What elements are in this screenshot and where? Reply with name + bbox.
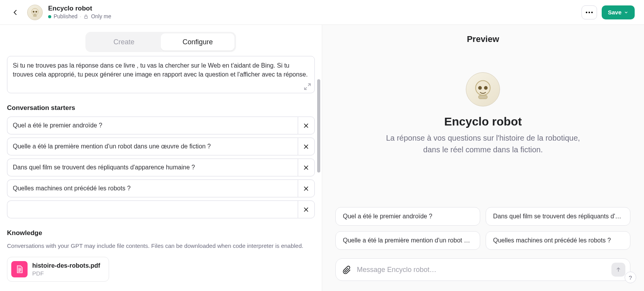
knowledge-file-chip[interactable]: histoire-des-robots.pdf PDF	[7, 257, 109, 282]
status-dot-icon	[48, 15, 51, 18]
starter-input-1[interactable]	[7, 117, 298, 134]
svg-point-2	[35, 11, 37, 12]
starter-input-4[interactable]	[7, 179, 298, 197]
message-input[interactable]	[357, 266, 606, 274]
close-icon	[303, 185, 309, 192]
preview-bot-name: Encyclo robot	[444, 115, 522, 128]
chevron-left-icon	[12, 9, 19, 16]
top-header: Encyclo robot Published · Only me Save	[0, 0, 644, 25]
tabs: Create Configure	[85, 32, 236, 52]
left-scroll[interactable]: Si tu ne trouves pas la réponse dans ce …	[0, 56, 322, 291]
tabs-wrap: Create Configure	[0, 25, 322, 56]
starter-row	[7, 117, 315, 134]
preview-starter-card[interactable]: Quelle a été la première mention d'un ro…	[335, 231, 480, 250]
starters-section-title: Conversation starters	[7, 104, 315, 112]
instructions-textarea[interactable]: Si tu ne trouves pas la réponse dans ce …	[7, 56, 315, 93]
file-type: PDF	[32, 270, 100, 277]
starter-delete-button[interactable]	[298, 117, 315, 134]
close-icon	[303, 164, 309, 171]
help-label: ?	[629, 274, 632, 281]
svg-rect-23	[479, 95, 488, 99]
close-icon	[303, 143, 309, 150]
more-button[interactable]	[582, 5, 597, 19]
preview-starter-card[interactable]: Dans quel film se trouvent des répliquan…	[486, 207, 630, 226]
robot-face-icon	[471, 78, 495, 101]
separator-dot: ·	[80, 13, 82, 20]
preview-starter-card[interactable]: Quel a été le premier androïde ?	[335, 207, 480, 226]
svg-point-1	[33, 11, 34, 12]
main-split: Create Configure Si tu ne trouves pas la…	[0, 25, 644, 291]
starter-delete-button[interactable]	[298, 200, 315, 218]
instructions-text: Si tu ne trouves pas la réponse dans ce …	[13, 62, 308, 78]
save-button[interactable]: Save	[602, 5, 635, 19]
starter-input-3[interactable]	[7, 159, 298, 176]
file-name: histoire-des-robots.pdf	[32, 262, 100, 269]
expand-icon[interactable]	[304, 83, 311, 91]
composer-wrap	[322, 256, 644, 291]
title-subline: Published · Only me	[48, 13, 111, 20]
arrow-up-icon	[615, 267, 621, 273]
title-block: Encyclo robot Published · Only me	[48, 5, 111, 20]
bot-avatar-large	[466, 72, 500, 106]
left-pane: Create Configure Si tu ne trouves pas la…	[0, 25, 322, 291]
starter-row	[7, 138, 315, 155]
file-pdf-icon	[11, 261, 28, 277]
close-icon	[303, 206, 309, 213]
file-meta: histoire-des-robots.pdf PDF	[32, 262, 100, 277]
save-button-label: Save	[608, 9, 621, 16]
robot-face-icon	[30, 7, 40, 18]
tab-configure[interactable]: Configure	[161, 33, 234, 51]
svg-point-21	[478, 86, 482, 90]
chevron-down-icon	[624, 10, 628, 15]
knowledge-help-text: Conversations with your GPT may include …	[7, 242, 315, 250]
starter-row	[7, 159, 315, 176]
starter-input-5[interactable]	[7, 200, 298, 218]
more-dots-icon	[586, 12, 593, 13]
send-button[interactable]	[611, 263, 625, 277]
starter-delete-button[interactable]	[298, 138, 315, 155]
starter-delete-button[interactable]	[298, 179, 315, 197]
starter-input-2[interactable]	[7, 138, 298, 155]
starter-row	[7, 200, 315, 218]
preview-bot-description: La réponse à vos questions sur l'histoir…	[382, 132, 584, 155]
attachment-icon[interactable]	[342, 265, 351, 274]
preview-body: Encyclo robot La réponse à vos questions…	[322, 49, 644, 256]
preview-heading: Preview	[322, 25, 644, 49]
preview-starter-grid: Quel a été le premier androïde ? Dans qu…	[335, 207, 630, 256]
starter-row	[7, 179, 315, 197]
tab-create[interactable]: Create	[87, 33, 161, 51]
visibility-text: Only me	[91, 13, 111, 20]
bot-avatar-small	[27, 5, 43, 20]
svg-rect-3	[33, 15, 37, 17]
svg-line-5	[308, 84, 310, 86]
back-button[interactable]	[9, 6, 22, 19]
header-left: Encyclo robot Published · Only me	[9, 5, 111, 20]
close-icon	[303, 122, 309, 129]
preview-starter-card[interactable]: Quelles machines ont précédé les robots …	[486, 231, 630, 250]
lock-icon	[83, 14, 89, 19]
message-composer	[335, 258, 630, 281]
svg-point-22	[484, 86, 488, 90]
knowledge-section-title: Knowledge	[7, 229, 315, 237]
status-text: Published	[54, 13, 78, 20]
right-pane: Preview Encyclo robot La réponse à vos q…	[322, 25, 644, 291]
starter-delete-button[interactable]	[298, 159, 315, 176]
header-right: Save	[582, 5, 635, 19]
help-button[interactable]: ?	[625, 272, 636, 283]
svg-rect-4	[85, 16, 88, 18]
app-title: Encyclo robot	[48, 5, 111, 12]
svg-line-6	[304, 87, 307, 90]
scrollbar-thumb[interactable]	[317, 79, 320, 173]
